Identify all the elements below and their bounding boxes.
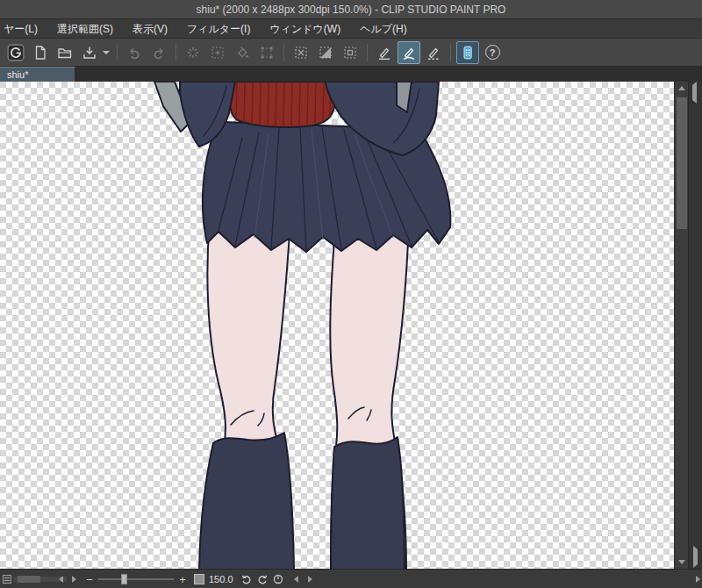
document-tab[interactable]: shiu*	[0, 67, 75, 82]
clip-studio-paint-window: shiu* (2000 x 2488px 300dpi 150.0%) - CL…	[0, 0, 702, 588]
new-file-button[interactable]	[29, 41, 52, 64]
vertical-scrollbar[interactable]	[674, 82, 688, 569]
save-menu-button[interactable]	[102, 41, 111, 64]
reset-rotation-button[interactable]	[270, 570, 286, 588]
palette-dock-edge[interactable]	[688, 82, 702, 569]
flip-reset-button[interactable]	[302, 570, 318, 588]
companion-mode-icon	[460, 45, 476, 61]
menu-bar: ヤー(L) 選択範囲(S) 表示(V) フィルター(I) ウィンドウ(W) ヘル…	[0, 19, 702, 39]
palette-toggle-button[interactable]	[1, 570, 13, 588]
select-area-icon	[342, 45, 358, 61]
vertical-scrollbar-thumb[interactable]	[677, 97, 687, 229]
open-file-icon	[57, 45, 73, 61]
fill-icon	[234, 45, 250, 61]
snap-to-special-ruler-icon	[401, 45, 417, 61]
deselect-button[interactable]	[290, 41, 312, 64]
toolbar-separator	[117, 44, 118, 61]
flip-right-icon	[308, 576, 312, 583]
zoom-slider[interactable]	[98, 570, 174, 588]
scroll-left-icon	[59, 576, 63, 583]
rotate-ccw-icon	[240, 573, 253, 585]
toolbar-separator	[176, 44, 176, 61]
snap-to-special-ruler-button[interactable]	[398, 41, 420, 64]
clear-outside-selection-button[interactable]	[206, 41, 229, 64]
workspace	[0, 82, 702, 569]
scroll-right-button[interactable]	[68, 570, 80, 588]
select-area-button[interactable]	[339, 41, 362, 64]
toolbar-separator	[283, 44, 284, 61]
scroll-up-button[interactable]	[675, 82, 689, 95]
statusbar-corner-toggle[interactable]	[696, 570, 700, 588]
new-file-icon	[32, 45, 48, 61]
rotate-cw-button[interactable]	[254, 570, 270, 588]
document-tab-label: shiu*	[7, 69, 28, 80]
undo-icon	[126, 45, 142, 61]
save-button[interactable]	[78, 41, 101, 64]
palette-expand-top-icon[interactable]	[692, 85, 697, 101]
scroll-right-icon	[72, 576, 76, 583]
clip-studio-logo-button[interactable]	[4, 41, 27, 64]
menu-window[interactable]: ウィンドウ(W)	[260, 19, 350, 39]
undo-button[interactable]	[123, 41, 146, 64]
scroll-down-button[interactable]	[675, 556, 689, 569]
redo-icon	[151, 45, 167, 61]
snap-to-grid-icon	[426, 45, 441, 61]
scroll-left-button[interactable]	[54, 570, 67, 588]
companion-mode-button[interactable]	[456, 41, 479, 64]
palette-expand-bottom-icon[interactable]	[693, 549, 698, 565]
toolbar-separator	[450, 44, 451, 61]
rotate-cw-icon	[256, 573, 269, 585]
snap-to-ruler-icon	[376, 45, 392, 61]
redo-button[interactable]	[147, 41, 170, 64]
clear-outside-selection-icon	[210, 45, 226, 61]
zoom-value-field[interactable]: 150.0	[209, 570, 239, 588]
command-bar: ?	[0, 39, 702, 67]
snap-to-grid-button[interactable]	[422, 41, 445, 64]
scroll-down-icon	[678, 560, 685, 564]
zoom-in-button[interactable]: +	[176, 570, 190, 588]
toolbar-separator	[367, 44, 368, 61]
status-bar: − + 150.0	[0, 569, 702, 588]
save-icon	[82, 45, 97, 61]
fill-button[interactable]	[231, 41, 254, 64]
menu-help[interactable]: ヘルプ(H)	[350, 19, 417, 39]
menu-filter[interactable]: フィルター(I)	[177, 19, 260, 39]
zoom-slider-track[interactable]	[98, 578, 174, 580]
window-title: shiu* (2000 x 2488px 300dpi 150.0%) - CL…	[197, 4, 506, 16]
horizontal-scrollbar-thumb[interactable]	[18, 576, 40, 583]
corner-expand-icon	[696, 576, 700, 583]
transform-button[interactable]	[255, 41, 278, 64]
menu-layer[interactable]: ヤー(L)	[0, 19, 47, 39]
menu-selection[interactable]: 選択範囲(S)	[47, 19, 123, 39]
save-menu-arrow-icon	[103, 51, 110, 54]
zoom-out-button[interactable]: −	[82, 570, 97, 588]
invert-selection-button[interactable]	[314, 41, 337, 64]
clear-button[interactable]	[182, 41, 204, 64]
artwork	[0, 82, 674, 569]
deselect-icon	[293, 45, 309, 61]
help-button[interactable]: ?	[481, 41, 504, 64]
snap-to-ruler-button[interactable]	[373, 41, 396, 64]
invert-selection-icon	[318, 45, 333, 61]
palette-toggle-icon	[3, 575, 11, 584]
transform-icon	[259, 45, 275, 61]
help-icon: ?	[485, 45, 500, 60]
title-bar: shiu* (2000 x 2488px 300dpi 150.0%) - CL…	[0, 0, 702, 19]
clear-icon	[185, 45, 201, 61]
rotate-ccw-button[interactable]	[239, 570, 254, 588]
scroll-up-icon	[678, 86, 685, 90]
fit-to-screen-icon	[194, 574, 204, 584]
flip-left-icon	[294, 576, 298, 583]
canvas[interactable]	[0, 82, 674, 569]
menu-view[interactable]: 表示(V)	[123, 19, 177, 39]
fit-to-screen-button[interactable]	[191, 570, 207, 588]
open-file-button[interactable]	[54, 41, 76, 64]
zoom-slider-thumb[interactable]	[121, 574, 127, 584]
clip-studio-logo-icon	[7, 44, 25, 61]
document-tab-bar: shiu*	[0, 67, 702, 82]
reset-rotation-icon	[272, 573, 284, 585]
